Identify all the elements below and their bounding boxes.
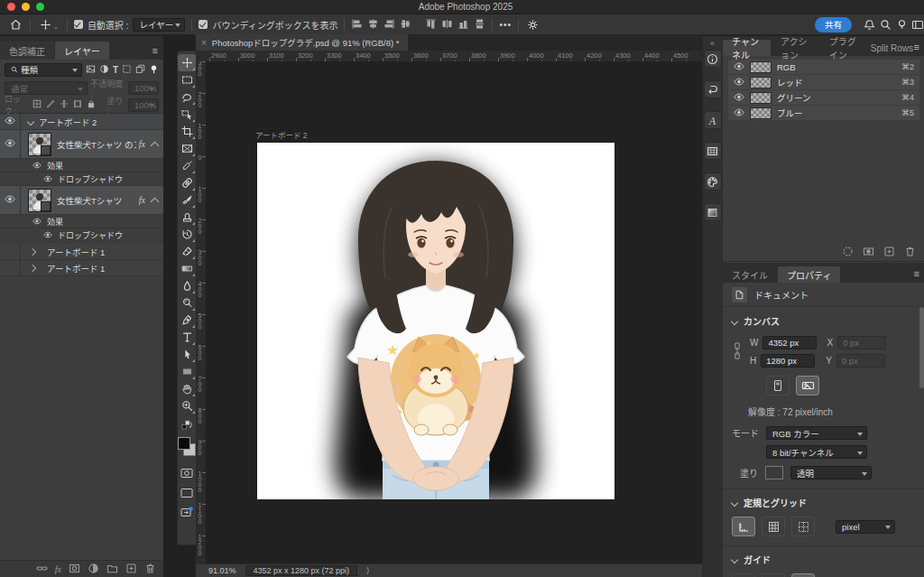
save-selection-as-channel-icon[interactable]	[863, 246, 874, 259]
bit-depth-dropdown[interactable]: 8 bit/チャンネル	[766, 445, 867, 459]
visibility-eye-icon[interactable]	[734, 93, 744, 103]
tab-adjustments[interactable]: 色調補正	[0, 42, 54, 60]
layer-filter-dropdown[interactable]: 種類	[5, 63, 82, 77]
width-input[interactable]: 4352 px	[762, 336, 817, 349]
channel-row-red[interactable]: レッド⌘3	[728, 75, 919, 89]
close-tab-icon[interactable]: ×	[201, 38, 207, 48]
lasso-tool[interactable]	[178, 88, 196, 106]
toggle-grid-icon[interactable]	[762, 517, 785, 536]
more-options-icon[interactable]: •••	[499, 20, 512, 30]
screen-mode-icon[interactable]	[178, 484, 196, 501]
workspace-switcher-icon[interactable]	[910, 16, 924, 33]
color-mode-dropdown[interactable]: RGB カラー	[766, 426, 867, 440]
visibility-eye-icon[interactable]	[0, 130, 21, 158]
foreground-color-swatch[interactable]	[178, 437, 190, 450]
share-button[interactable]: 共有	[815, 17, 852, 33]
lock-pixels-brush-icon[interactable]	[46, 99, 55, 110]
lock-transparent-icon[interactable]	[32, 99, 42, 110]
eyedropper-tool[interactable]	[178, 157, 196, 174]
dodge-tool[interactable]	[178, 294, 196, 312]
blend-mode-dropdown[interactable]: 通常	[5, 81, 88, 95]
canvas-fill-dropdown[interactable]: 透明	[790, 466, 872, 479]
fill-dropdown[interactable]: 100%	[128, 98, 159, 112]
align-left-edges-icon[interactable]	[351, 18, 363, 32]
height-input[interactable]: 1280 px	[761, 354, 815, 368]
add-layer-style-fx-icon[interactable]: fx	[55, 564, 61, 574]
channel-row-green[interactable]: グリーン⌘4	[728, 90, 919, 105]
default-swap-colors-icon[interactable]	[178, 416, 196, 433]
marquee-tool[interactable]	[178, 71, 196, 88]
canvas-fill-swatch[interactable]	[765, 466, 783, 479]
vertical-ruler[interactable]: 3002001000100200300400500600700800900100…	[196, 61, 207, 564]
pen-tool[interactable]	[178, 312, 196, 329]
layer-row-artboard-1b[interactable]: アートボード 1	[0, 260, 163, 276]
new-channel-icon[interactable]	[883, 246, 895, 259]
healing-brush-tool[interactable]	[178, 174, 196, 191]
lock-guides-icon[interactable]	[762, 573, 785, 577]
panel-menu-icon[interactable]: ≡	[152, 45, 163, 60]
lock-artboard-icon[interactable]	[73, 99, 82, 110]
properties-scrollbar[interactable]	[919, 307, 924, 388]
filter-pin-icon[interactable]	[149, 64, 159, 76]
crop-tool[interactable]	[178, 123, 196, 140]
add-adjustment-layer-icon[interactable]	[88, 563, 99, 576]
visibility-eye-icon[interactable]	[5, 116, 15, 126]
load-selection-icon[interactable]	[842, 246, 854, 259]
toggle-pixel-grid-icon[interactable]	[791, 517, 815, 536]
filter-shape-icon[interactable]	[122, 64, 132, 76]
visibility-eye-icon[interactable]	[5, 195, 15, 205]
move-tool-icon[interactable]	[37, 16, 53, 33]
shape-tool[interactable]	[178, 363, 196, 380]
zoom-level-field[interactable]: 91.01%	[208, 566, 236, 575]
align-horizontal-centers-icon[interactable]	[400, 18, 411, 32]
grid-panel-icon[interactable]	[704, 142, 722, 160]
y-input[interactable]: 0 px	[836, 354, 885, 368]
align-top-edges-icon[interactable]	[425, 18, 437, 32]
tab-styles[interactable]: スタイル	[723, 266, 777, 283]
eraser-tool[interactable]	[178, 243, 196, 260]
distribute-vertically-icon[interactable]	[474, 18, 485, 32]
path-selection-tool[interactable]	[178, 346, 196, 363]
bounding-box-checkbox[interactable]	[199, 20, 208, 29]
orientation-portrait-button[interactable]	[766, 376, 790, 396]
visibility-eye-icon[interactable]	[43, 230, 52, 240]
link-dimensions-icon[interactable]	[732, 340, 743, 365]
layer-row-artboard-2[interactable]: アートボード 2	[0, 114, 163, 130]
align-bottom-edges-icon[interactable]	[457, 18, 469, 32]
document-tab[interactable]: × Photoshopドロップグラデ.psd @ 91% (RGB/8) *	[196, 34, 408, 51]
swatches-panel-icon[interactable]	[704, 172, 722, 191]
new-group-folder-icon[interactable]	[106, 563, 118, 576]
brush-tool[interactable]	[178, 191, 196, 209]
orientation-landscape-button[interactable]	[796, 376, 819, 396]
tab-properties[interactable]: プロパティ	[778, 266, 840, 283]
quick-mask-mode-icon[interactable]	[178, 464, 196, 481]
fx-badge[interactable]: fx	[139, 139, 145, 149]
auto-select-dropdown[interactable]: レイヤー	[133, 18, 185, 32]
visibility-eye-icon[interactable]	[0, 186, 21, 214]
tab-plugins[interactable]: プラグイン	[820, 40, 868, 56]
ruler-units-dropdown[interactable]: pixel	[836, 520, 895, 534]
gradients-panel-icon[interactable]	[704, 203, 722, 221]
tab-channels[interactable]: チャンネル	[723, 40, 771, 56]
collapse-effects-chevron-icon[interactable]	[151, 197, 160, 206]
lock-position-icon[interactable]	[60, 99, 69, 110]
layer-row-tshirt-copy-2[interactable]: 女性柴犬Tシャツ のコピー 2 fx	[0, 130, 163, 159]
notifications-bell-icon[interactable]	[861, 16, 877, 33]
expand-chevron-icon[interactable]	[27, 117, 34, 125]
layer-thumbnail[interactable]	[28, 189, 51, 212]
toolbar-sync-icon[interactable]	[178, 504, 196, 521]
hand-tool[interactable]	[178, 380, 196, 397]
rulers-grid-section-header[interactable]: 定規とグリッド	[732, 496, 916, 509]
info-panel-icon[interactable]	[704, 50, 722, 68]
tab-actions[interactable]: アクション	[772, 40, 819, 56]
channel-row-rgb[interactable]: RGB⌘2	[728, 60, 919, 74]
history-panel-icon[interactable]	[704, 80, 722, 98]
history-brush-tool[interactable]	[178, 226, 196, 243]
align-vertical-centers-icon[interactable]	[367, 18, 379, 32]
layer-row-tshirt[interactable]: 女性柴犬Tシャツ fx	[0, 186, 163, 215]
toggle-guides-icon[interactable]	[732, 573, 755, 577]
fx-badge[interactable]: fx	[139, 195, 145, 205]
home-icon[interactable]	[7, 16, 23, 33]
filter-type-icon[interactable]: T	[113, 65, 118, 75]
effects-row[interactable]: 効果	[0, 159, 163, 172]
